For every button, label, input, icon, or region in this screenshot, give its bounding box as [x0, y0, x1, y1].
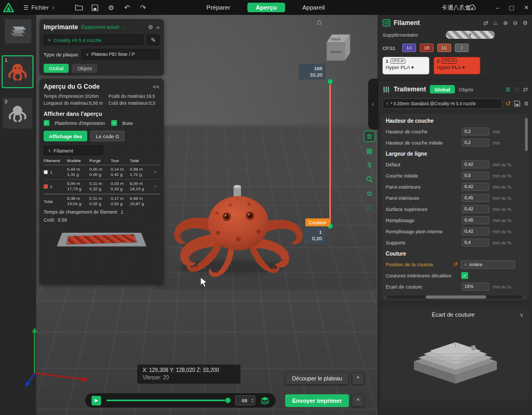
- color-scheme-button[interactable]: Couleur: [305, 218, 330, 226]
- home-view-icon[interactable]: ⌂: [317, 17, 322, 26]
- panel-collapse-handle[interactable]: ‹: [368, 79, 378, 130]
- chevron-down-icon[interactable]: ∨: [520, 312, 523, 318]
- cost-tool[interactable]: $: [364, 159, 375, 171]
- checkbox-platform[interactable]: ✓: [44, 120, 49, 126]
- maximize-button[interactable]: ▢: [509, 4, 514, 11]
- reset-seam-icon[interactable]: ↺: [453, 261, 458, 267]
- filament-settings-icon[interactable]: ⚙: [522, 20, 528, 27]
- param-value-input[interactable]: 0,4: [462, 239, 489, 247]
- tab-objects-printer[interactable]: Objets: [72, 64, 97, 73]
- plate-thumbnail-1[interactable]: 1: [2, 55, 34, 88]
- gcode-collapse-icon[interactable]: <<: [153, 83, 160, 90]
- current-equipment-link[interactable]: Équipement actuel: ...: [81, 24, 145, 30]
- edit-printer-button[interactable]: ✎: [147, 35, 160, 45]
- cloud-icon[interactable]: [468, 3, 477, 13]
- zoom-tool[interactable]: [364, 174, 375, 185]
- scrollbar-thumb[interactable]: [426, 295, 486, 299]
- printer-settings-gear-icon[interactable]: ⚙: [148, 24, 153, 31]
- param-value-input[interactable]: 0,42: [462, 205, 489, 213]
- layer-slider-track[interactable]: [329, 82, 331, 226]
- octopus-model[interactable]: [169, 184, 307, 285]
- timeline-slider[interactable]: [106, 400, 230, 401]
- tab-preview[interactable]: Aperçu: [247, 3, 286, 12]
- layers-icon[interactable]: [261, 397, 269, 404]
- view-cube[interactable]: Haut Avant: [321, 31, 352, 65]
- close-button[interactable]: ✕: [524, 4, 529, 11]
- save-preset-icon[interactable]: [514, 100, 520, 107]
- view-cube-top-label[interactable]: Haut: [331, 37, 341, 41]
- seam-gap-input[interactable]: 15%: [462, 283, 489, 291]
- cfs-slot-1b[interactable]: 1B: [420, 44, 434, 52]
- send-print-button[interactable]: Envoyer imprimer: [285, 394, 349, 407]
- param-value-input[interactable]: 0,2: [462, 128, 489, 135]
- preset-select[interactable]: ∨ * 0.20mm Standard @Creality Hi 0.4 noz…: [383, 98, 502, 109]
- tab-gcode-view[interactable]: Le code G: [90, 131, 124, 141]
- param-table-icon[interactable]: ∷: [515, 86, 519, 93]
- cfs-slot-empty[interactable]: /: [455, 44, 469, 52]
- file-menu[interactable]: ☰ Fichier ∨: [18, 4, 60, 11]
- slice-options-button[interactable]: ^: [352, 372, 364, 385]
- titlebar-tools: ⚙ ↶ ↷: [75, 3, 147, 12]
- jump-icon[interactable]: ↗: [153, 184, 160, 189]
- param-value-input[interactable]: 0,45: [462, 216, 489, 224]
- scrollbar-track[interactable]: [388, 295, 523, 299]
- cfs-slot-1a[interactable]: 1A: [402, 44, 416, 52]
- plate-thumbnail-2[interactable]: 2: [3, 98, 32, 129]
- checkbox-nozzle[interactable]: ✓: [111, 120, 117, 126]
- horizontal-scrollbar[interactable]: ‹ ›: [385, 294, 526, 300]
- dryer-icon[interactable]: ♨: [493, 20, 498, 27]
- filament-slot-2[interactable]: 2 CFS ⇄ Hyper PLA ▾: [434, 57, 480, 74]
- apps-tool[interactable]: ∷: [364, 202, 375, 214]
- spin-down-icon[interactable]: ▾: [252, 401, 253, 403]
- open-folder-icon[interactable]: [75, 3, 84, 12]
- view-settings-tool[interactable]: ⚙: [364, 188, 375, 199]
- preset-settings-icon[interactable]: ⚙: [523, 100, 529, 107]
- jump-icon[interactable]: ↗: [153, 170, 160, 175]
- param-value-input[interactable]: 0,2: [462, 139, 489, 147]
- view-cube-front-label[interactable]: Avant: [330, 49, 342, 54]
- tab-global-process[interactable]: Global: [430, 85, 455, 94]
- layer-list-tool[interactable]: ≣: [364, 131, 375, 142]
- scroll-right-icon[interactable]: ›: [524, 295, 526, 300]
- tab-prepare[interactable]: Préparer: [201, 3, 236, 12]
- stats-filter-select[interactable]: ∨ Filament: [44, 146, 103, 155]
- timeline-slider-handle[interactable]: [225, 397, 231, 403]
- sync-filament-icon[interactable]: ⇄: [484, 20, 488, 27]
- layer-slider-top-handle[interactable]: [327, 79, 333, 84]
- panel-collapse-icon[interactable]: «: [156, 24, 160, 30]
- play-button[interactable]: ▶: [92, 396, 101, 405]
- reset-preset-icon[interactable]: ↺: [505, 100, 511, 107]
- seam-staggered-checkbox[interactable]: ✓: [461, 272, 468, 279]
- settings-gear-icon[interactable]: ⚙: [107, 3, 115, 12]
- tab-display-stats[interactable]: Affichage des: [44, 131, 87, 141]
- tab-objects-process[interactable]: Objets: [459, 87, 473, 92]
- param-level-icon[interactable]: ≣: [506, 86, 511, 93]
- param-value-input[interactable]: 0,42: [462, 183, 489, 191]
- param-value-input[interactable]: 0,5: [462, 172, 489, 180]
- grid-view-tool[interactable]: ▦: [364, 145, 375, 156]
- slice-plate-button[interactable]: Découper le plateau: [285, 372, 349, 385]
- add-filament-icon[interactable]: ⊕: [503, 20, 508, 27]
- supplementary-slot[interactable]: ?: [446, 31, 495, 39]
- cfs-slot-1c[interactable]: 1C: [437, 44, 451, 52]
- tab-global-printer[interactable]: Global: [44, 64, 69, 73]
- vertical-scrollbar-thumb[interactable]: [525, 118, 528, 151]
- send-options-button[interactable]: ^: [352, 394, 364, 407]
- tab-device[interactable]: Appareil: [297, 3, 330, 12]
- filament-slot-1[interactable]: 1 CFS ⇄ Hyper PLA ▾: [383, 57, 429, 74]
- seam-position-select[interactable]: ∨ Arrière: [461, 260, 515, 269]
- undo-icon[interactable]: ↶: [123, 3, 131, 12]
- param-value-input[interactable]: 0,42: [462, 227, 489, 235]
- step-spinner[interactable]: 68 ▴▾: [235, 395, 255, 405]
- save-icon[interactable]: [91, 3, 99, 12]
- minimize-button[interactable]: –: [496, 4, 499, 11]
- plate-type-select[interactable]: ∨ Plateau PEI lisse / P: [81, 49, 160, 60]
- param-value-input[interactable]: 0,45: [462, 194, 489, 202]
- scroll-left-icon[interactable]: ‹: [385, 295, 386, 300]
- remove-filament-icon[interactable]: ⊖: [513, 20, 518, 27]
- plate-stack-thumbnail[interactable]: [5, 19, 31, 44]
- compare-presets-icon[interactable]: ⇄: [523, 86, 528, 93]
- redo-icon[interactable]: ↷: [139, 3, 147, 12]
- param-value-input[interactable]: 0,42: [462, 160, 489, 168]
- printer-select[interactable]: ∨ Creality Hi 0.4 nozzle: [44, 35, 144, 45]
